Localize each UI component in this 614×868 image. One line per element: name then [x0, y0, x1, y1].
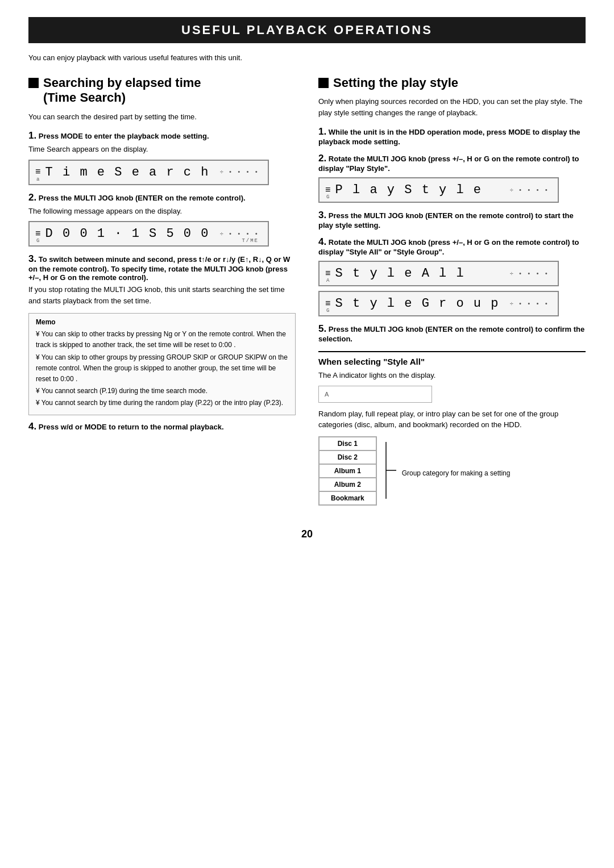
display-text-ps: P l a y S t y l e: [335, 183, 482, 197]
heading-square-icon-right: [318, 78, 329, 88]
display-icon-ps: ≡: [325, 185, 332, 195]
step3-title: 3. To switch between minute and second, …: [28, 253, 296, 282]
category-note: Group category for making a setting: [402, 468, 511, 478]
display-dots: ÷ • • • •: [220, 169, 259, 176]
right-heading: Setting the play style: [333, 76, 458, 90]
display-icon-sg: ≡: [325, 299, 332, 309]
page-number: 20: [28, 528, 586, 540]
category-disc2: Disc 2: [319, 450, 376, 464]
display-label-left-sa: A: [326, 278, 330, 283]
page-header: USEFUL PLAYBACK OPERATIONS: [28, 17, 586, 43]
step1-title: 1. Press MODE to enter the playback mode…: [28, 130, 296, 141]
left-step-3: 3. To switch between minute and second, …: [28, 253, 296, 306]
display-icon-sa: ≡: [325, 269, 332, 279]
right-step2-title: 2. Rotate the MULTI JOG knob (press +/–,…: [318, 153, 586, 173]
when-selecting-body: The A indicator lights on the display.: [318, 370, 586, 381]
left-column: Searching by elapsed time (Time Search) …: [28, 76, 296, 439]
display-time-search: ≡ T i m e S e a r c h ÷ • • • • a: [28, 160, 269, 185]
display-text: T i m e S e a r c h: [45, 165, 210, 180]
memo-title: Memo: [36, 318, 288, 326]
display-label-left-ps: G: [326, 194, 330, 200]
right-step-3: 3. Press the MULTI JOG knob (ENTER on th…: [318, 210, 586, 229]
main-content: Searching by elapsed time (Time Search) …: [28, 76, 586, 506]
display-label-left-sg: G: [326, 308, 330, 314]
left-step-2: 2. Press the MULTI JOG knob (ENTER on th…: [28, 192, 296, 247]
bracket-line: [385, 436, 402, 504]
step1-body: Time Search appears on the display.: [28, 144, 296, 155]
right-step4-title: 4. Rotate the MULTI JOG knob (press +/–,…: [318, 236, 586, 256]
display-dots-sg: ÷ • • • •: [510, 301, 549, 307]
display-text-2: D 0 0 1 · 1 S 5 0 0: [45, 227, 210, 241]
left-section-heading: Searching by elapsed time (Time Search): [28, 76, 296, 106]
right-step5-title: 5. Press the MULTI JOG knob (ENTER on th…: [318, 323, 586, 343]
category-bookmark: Bookmark: [319, 491, 376, 505]
category-album2: Album 2: [319, 478, 376, 491]
right-section-heading: Setting the play style: [318, 76, 586, 90]
display-label-right-2: T/ME: [242, 238, 259, 244]
right-step-2: 2. Rotate the MULTI JOG knob (press +/–,…: [318, 153, 586, 203]
left-step-4: 4. Press w/d or MODE to return to the no…: [28, 421, 296, 432]
display-style-group: ≡ S t y l e G r o u p ÷ • • • • G: [318, 291, 559, 316]
right-step-5: 5. Press the MULTI JOG knob (ENTER on th…: [318, 323, 586, 343]
display-text-sg: S t y l e G r o u p: [335, 297, 500, 311]
display-icon-2: ≡: [35, 229, 42, 239]
right-step-4: 4. Rotate the MULTI JOG knob (press +/–,…: [318, 236, 586, 316]
category-list: Disc 1 Disc 2 Album 1 Album 2 Bookmark: [318, 436, 377, 506]
right-column: Setting the play style Only when playing…: [318, 76, 586, 506]
display-icon: ≡: [35, 167, 42, 177]
when-selecting-section: When selecting "Style All" The A indicat…: [318, 351, 586, 506]
memo-item-1: ¥ You can skip to other tracks by pressi…: [36, 329, 288, 350]
memo-item-3: ¥ You cannot search (P.19) during the ti…: [36, 386, 288, 397]
display-dots-sa: ÷ • • • •: [510, 270, 549, 277]
indicator-a: A: [325, 391, 329, 398]
category-album1: Album 1: [319, 464, 376, 478]
memo-box: Memo ¥ You can skip to other tracks by p…: [28, 313, 296, 415]
display-style-all: ≡ S t y l e A l l ÷ • • • • A: [318, 261, 559, 286]
display-text-sa: S t y l e A l l: [335, 266, 465, 281]
right-step-1: 1. While the unit is in the HDD operatio…: [318, 126, 586, 146]
left-subtext: You can search the desired part by setti…: [28, 111, 296, 123]
display-dots-2: ÷ • • • •: [220, 231, 259, 237]
display-dots-ps: ÷ • • • •: [510, 187, 549, 194]
display-label-left: a: [36, 177, 40, 182]
when-selecting-title: When selecting "Style All": [318, 357, 586, 366]
display-label-left-2: G: [36, 238, 40, 244]
right-subtext: Only when playing sources recorded on th…: [318, 96, 586, 118]
heading-square-icon: [28, 78, 39, 88]
step2-title: 2. Press the MULTI JOG knob (ENTER on th…: [28, 192, 296, 203]
display-d001: ≡ D 0 0 1 · 1 S 5 0 0 ÷ • • • • G T/ME: [28, 221, 269, 247]
left-heading-line1: Searching by elapsed time: [43, 76, 201, 90]
memo-item-4: ¥ You cannot search by time during the r…: [36, 398, 288, 408]
step2-body: The following message appears on the dis…: [28, 206, 296, 217]
memo-item-2: ¥ You can skip to other groups by pressi…: [36, 352, 288, 385]
left-step-1: 1. Press MODE to enter the playback mode…: [28, 130, 296, 185]
group-categories: Disc 1 Disc 2 Album 1 Album 2 Bookmark G…: [318, 436, 586, 506]
indicator-display: A: [318, 386, 432, 403]
step3-body: If you stop rotating the MULTI JOG knob,…: [28, 284, 296, 306]
right-step3-title: 3. Press the MULTI JOG knob (ENTER on th…: [318, 210, 586, 229]
left-heading-line2: (Time Search): [43, 90, 201, 105]
step4-title: 4. Press w/d or MODE to return to the no…: [28, 421, 296, 432]
intro-text: You can enjoy playback with various usef…: [28, 53, 586, 62]
when-selecting-body2: Random play, full repeat play, or intro …: [318, 408, 586, 431]
right-step1-title: 1. While the unit is in the HDD operatio…: [318, 126, 586, 146]
category-disc1: Disc 1: [319, 437, 376, 450]
display-play-style: ≡ P l a y S t y l e ÷ • • • • G: [318, 177, 559, 203]
